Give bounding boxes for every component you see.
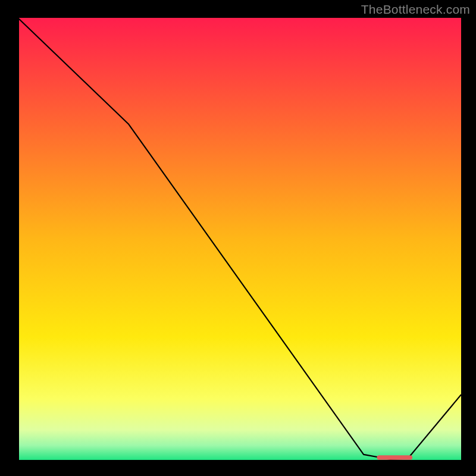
chart-stage: TheBottleneck.com	[0, 0, 476, 476]
optimum-marker	[377, 455, 412, 459]
bottleneck-chart	[0, 0, 476, 476]
plot-background	[18, 18, 461, 461]
